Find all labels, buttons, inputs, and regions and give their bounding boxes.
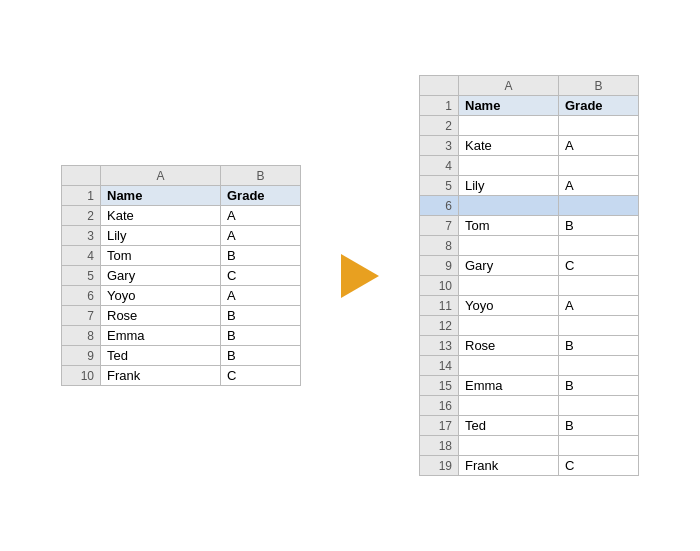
- row-number: 9: [420, 256, 459, 276]
- name-cell: Rose: [101, 306, 221, 326]
- name-cell: Name: [101, 186, 221, 206]
- table-row: 4TomB: [62, 246, 301, 266]
- name-cell: [459, 116, 559, 136]
- table-row: 13RoseB: [420, 336, 639, 356]
- table-row: 14: [420, 356, 639, 376]
- grade-cell: A: [559, 136, 639, 156]
- grade-cell: [559, 116, 639, 136]
- table-row: 11YoyoA: [420, 296, 639, 316]
- row-number: 8: [420, 236, 459, 256]
- table-row: 10FrankC: [62, 366, 301, 386]
- row-number: 3: [420, 136, 459, 156]
- name-cell: Kate: [459, 136, 559, 156]
- name-cell: [459, 196, 559, 216]
- row-number: 1: [420, 96, 459, 116]
- name-cell: Frank: [101, 366, 221, 386]
- grade-cell: B: [221, 306, 301, 326]
- left-table: A B 1NameGrade2KateA3LilyA4TomB5GaryC6Yo…: [61, 165, 301, 386]
- row-number: 2: [62, 206, 101, 226]
- grade-cell: A: [221, 226, 301, 246]
- right-table: A B 1NameGrade23KateA45LilyA67TomB89Gary…: [419, 75, 639, 476]
- table-row: 18: [420, 436, 639, 456]
- table-row: 7TomB: [420, 216, 639, 236]
- right-col-b-header: B: [559, 76, 639, 96]
- row-number: 5: [420, 176, 459, 196]
- grade-cell: B: [221, 346, 301, 366]
- grade-cell: [559, 276, 639, 296]
- row-number: 11: [420, 296, 459, 316]
- name-cell: Emma: [459, 376, 559, 396]
- row-number: 7: [62, 306, 101, 326]
- table-row: 5GaryC: [62, 266, 301, 286]
- name-cell: Gary: [101, 266, 221, 286]
- name-cell: Gary: [459, 256, 559, 276]
- name-cell: Lily: [101, 226, 221, 246]
- grade-cell: A: [559, 176, 639, 196]
- right-spreadsheet: A B 1NameGrade23KateA45LilyA67TomB89Gary…: [419, 75, 639, 476]
- left-col-a-header: A: [101, 166, 221, 186]
- row-number: 10: [62, 366, 101, 386]
- grade-cell: C: [559, 256, 639, 276]
- row-number: 8: [62, 326, 101, 346]
- grade-cell: A: [221, 286, 301, 306]
- left-spreadsheet: A B 1NameGrade2KateA3LilyA4TomB5GaryC6Yo…: [61, 165, 301, 386]
- grade-cell: C: [559, 456, 639, 476]
- row-number: 6: [62, 286, 101, 306]
- name-cell: [459, 156, 559, 176]
- main-container: A B 1NameGrade2KateA3LilyA4TomB5GaryC6Yo…: [61, 75, 639, 476]
- table-row: 2KateA: [62, 206, 301, 226]
- row-number: 4: [420, 156, 459, 176]
- table-row: 10: [420, 276, 639, 296]
- table-row: 2: [420, 116, 639, 136]
- table-row: 9GaryC: [420, 256, 639, 276]
- table-row: 1NameGrade: [420, 96, 639, 116]
- name-cell: Tom: [101, 246, 221, 266]
- table-row: 3LilyA: [62, 226, 301, 246]
- table-row: 4: [420, 156, 639, 176]
- grade-cell: Grade: [559, 96, 639, 116]
- name-cell: [459, 316, 559, 336]
- row-number: 1: [62, 186, 101, 206]
- row-number: 13: [420, 336, 459, 356]
- row-number: 17: [420, 416, 459, 436]
- row-number: 16: [420, 396, 459, 416]
- row-number: 5: [62, 266, 101, 286]
- grade-cell: [559, 356, 639, 376]
- grade-cell: [559, 196, 639, 216]
- name-cell: Rose: [459, 336, 559, 356]
- table-row: 9TedB: [62, 346, 301, 366]
- table-row: 17TedB: [420, 416, 639, 436]
- grade-cell: B: [221, 246, 301, 266]
- table-row: 1NameGrade: [62, 186, 301, 206]
- left-col-b-header: B: [221, 166, 301, 186]
- table-row: 3KateA: [420, 136, 639, 156]
- row-number: 14: [420, 356, 459, 376]
- table-row: 6YoyoA: [62, 286, 301, 306]
- row-number: 12: [420, 316, 459, 336]
- name-cell: Ted: [101, 346, 221, 366]
- row-number: 2: [420, 116, 459, 136]
- name-cell: Yoyo: [459, 296, 559, 316]
- row-number: 7: [420, 216, 459, 236]
- grade-cell: A: [221, 206, 301, 226]
- table-row: 8: [420, 236, 639, 256]
- name-cell: Kate: [101, 206, 221, 226]
- name-cell: [459, 356, 559, 376]
- table-row: 7RoseB: [62, 306, 301, 326]
- name-cell: [459, 236, 559, 256]
- table-row: 6: [420, 196, 639, 216]
- name-cell: [459, 276, 559, 296]
- name-cell: Lily: [459, 176, 559, 196]
- grade-cell: A: [559, 296, 639, 316]
- grade-cell: [559, 436, 639, 456]
- right-col-a-header: A: [459, 76, 559, 96]
- arrow-container: [341, 254, 379, 298]
- grade-cell: [559, 236, 639, 256]
- name-cell: Ted: [459, 416, 559, 436]
- table-row: 19FrankC: [420, 456, 639, 476]
- row-number: 4: [62, 246, 101, 266]
- row-number: 3: [62, 226, 101, 246]
- row-number: 6: [420, 196, 459, 216]
- grade-cell: B: [559, 416, 639, 436]
- table-row: 15EmmaB: [420, 376, 639, 396]
